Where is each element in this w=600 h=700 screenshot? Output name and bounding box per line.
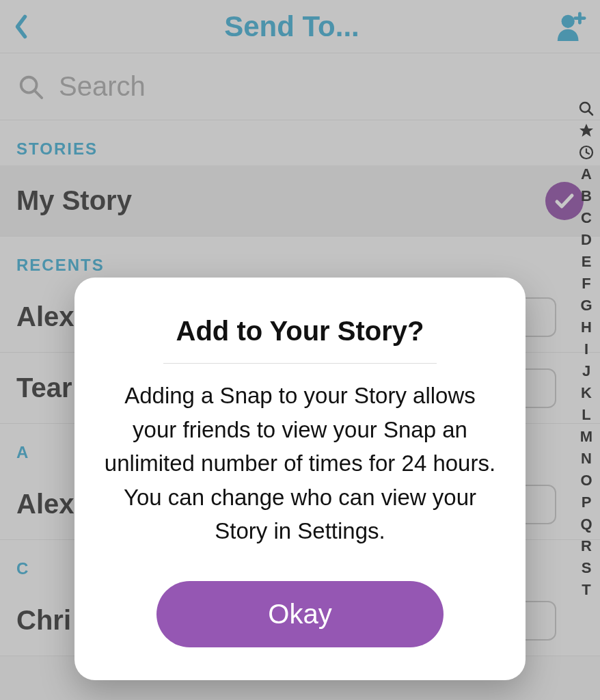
index-letter[interactable]: M xyxy=(580,429,592,444)
index-letter[interactable]: G xyxy=(580,298,592,313)
search-icon[interactable] xyxy=(579,101,594,116)
index-letter[interactable]: A xyxy=(581,167,592,182)
index-letter[interactable]: Q xyxy=(580,517,592,532)
index-letter[interactable]: B xyxy=(581,189,592,204)
index-letter[interactable]: C xyxy=(581,211,592,226)
svg-marker-7 xyxy=(579,124,593,137)
search-input[interactable] xyxy=(59,71,582,102)
add-friend-button[interactable] xyxy=(555,11,586,42)
index-letter[interactable]: K xyxy=(581,386,592,401)
contact-name: Alex xyxy=(16,489,74,520)
chevron-left-icon xyxy=(14,14,29,40)
search-bar[interactable] xyxy=(0,53,600,120)
search-icon xyxy=(18,74,44,100)
alpha-index[interactable]: A B C D E F G H I J K L M N O P Q R S T xyxy=(575,101,597,597)
index-letter[interactable]: S xyxy=(582,561,592,576)
contact-name: Alex xyxy=(16,301,74,332)
svg-line-4 xyxy=(36,91,42,98)
index-letter[interactable]: R xyxy=(581,539,592,554)
svg-line-6 xyxy=(588,111,592,115)
svg-point-3 xyxy=(21,77,37,92)
index-letter[interactable]: D xyxy=(581,232,592,247)
header-bar: Send To... xyxy=(0,0,600,53)
svg-point-0 xyxy=(562,14,575,27)
dialog-title: Add to Your Story? xyxy=(103,316,497,347)
divider xyxy=(163,363,437,364)
add-story-dialog: Add to Your Story? Adding a Snap to your… xyxy=(74,278,526,680)
index-letter[interactable]: L xyxy=(582,407,590,422)
index-letter[interactable]: F xyxy=(582,276,590,291)
contact-name: Tear xyxy=(16,373,72,403)
star-icon[interactable] xyxy=(579,123,594,138)
contact-name: Chri xyxy=(16,605,71,636)
dialog-body: Adding a Snap to your Story allows your … xyxy=(103,379,497,548)
index-letter[interactable]: J xyxy=(582,364,590,379)
back-button[interactable] xyxy=(14,14,29,40)
section-header-stories: STORIES xyxy=(0,120,600,165)
okay-button[interactable]: Okay xyxy=(156,581,444,647)
index-letter[interactable]: N xyxy=(581,451,592,466)
my-story-row[interactable]: My Story xyxy=(0,165,600,237)
page-title: Send To... xyxy=(224,10,359,43)
index-letter[interactable]: T xyxy=(582,582,590,597)
my-story-label: My Story xyxy=(16,185,132,216)
index-letter[interactable]: E xyxy=(582,254,592,269)
clock-icon[interactable] xyxy=(579,145,594,160)
index-letter[interactable]: O xyxy=(580,473,592,488)
index-letter[interactable]: I xyxy=(584,342,588,357)
section-header-recents: RECENTS xyxy=(0,237,600,282)
index-letter[interactable]: P xyxy=(582,495,592,510)
add-friend-icon xyxy=(555,11,586,42)
index-letter[interactable]: H xyxy=(581,320,592,335)
